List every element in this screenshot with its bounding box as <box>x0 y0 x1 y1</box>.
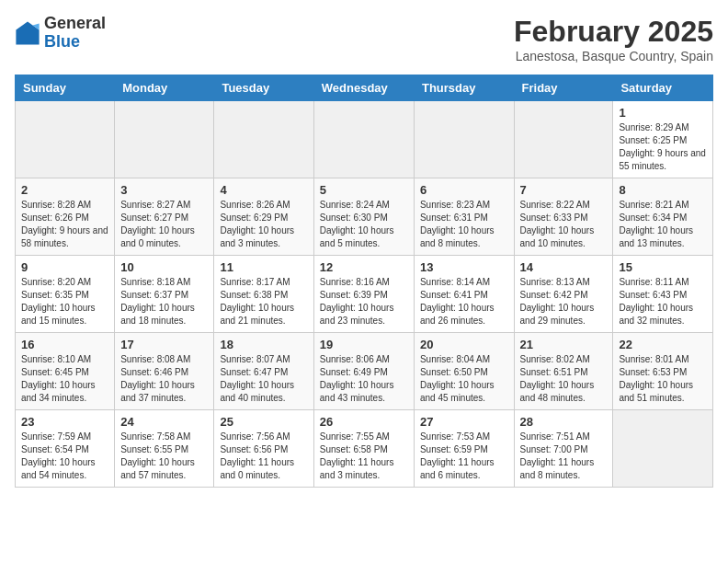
day-cell: 1Sunrise: 8:29 AM Sunset: 6:25 PM Daylig… <box>613 101 713 178</box>
day-info: Sunrise: 8:27 AM Sunset: 6:27 PM Dayligh… <box>120 199 208 250</box>
weekday-header-sunday: Sunday <box>16 75 115 101</box>
day-info: Sunrise: 8:17 AM Sunset: 6:38 PM Dayligh… <box>220 276 307 327</box>
day-number: 13 <box>420 260 508 274</box>
day-number: 2 <box>21 183 108 197</box>
day-number: 4 <box>220 183 307 197</box>
logo-general-text: General <box>44 14 106 32</box>
day-info: Sunrise: 8:02 AM Sunset: 6:51 PM Dayligh… <box>520 353 608 405</box>
day-info: Sunrise: 8:22 AM Sunset: 6:33 PM Dayligh… <box>520 199 608 250</box>
day-cell <box>214 101 313 178</box>
logo-blue-text: Blue <box>44 32 80 51</box>
week-row-1: 1Sunrise: 8:29 AM Sunset: 6:25 PM Daylig… <box>16 101 713 178</box>
day-info: Sunrise: 7:59 AM Sunset: 6:54 PM Dayligh… <box>21 431 108 482</box>
day-number: 3 <box>120 183 208 197</box>
day-number: 7 <box>520 183 608 197</box>
weekday-header-saturday: Saturday <box>613 75 713 101</box>
day-info: Sunrise: 8:10 AM Sunset: 6:45 PM Dayligh… <box>21 353 108 405</box>
day-number: 9 <box>21 260 108 274</box>
weekday-header-monday: Monday <box>115 75 214 101</box>
day-number: 10 <box>120 260 208 274</box>
day-number: 25 <box>220 415 307 429</box>
day-info: Sunrise: 8:08 AM Sunset: 6:46 PM Dayligh… <box>120 353 208 405</box>
day-number: 17 <box>120 338 208 351</box>
day-cell: 28Sunrise: 7:51 AM Sunset: 7:00 PM Dayli… <box>514 410 613 488</box>
day-cell: 7Sunrise: 8:22 AM Sunset: 6:33 PM Daylig… <box>514 178 613 256</box>
day-info: Sunrise: 8:16 AM Sunset: 6:39 PM Dayligh… <box>320 276 408 327</box>
day-cell: 5Sunrise: 8:24 AM Sunset: 6:30 PM Daylig… <box>313 178 414 256</box>
day-cell: 4Sunrise: 8:26 AM Sunset: 6:29 PM Daylig… <box>214 178 313 256</box>
day-cell: 22Sunrise: 8:01 AM Sunset: 6:53 PM Dayli… <box>613 333 713 410</box>
day-cell: 25Sunrise: 7:56 AM Sunset: 6:56 PM Dayli… <box>214 410 313 488</box>
day-cell: 11Sunrise: 8:17 AM Sunset: 6:38 PM Dayli… <box>214 256 313 333</box>
day-cell <box>613 410 713 488</box>
week-row-2: 2Sunrise: 8:28 AM Sunset: 6:26 PM Daylig… <box>16 178 713 256</box>
day-info: Sunrise: 7:51 AM Sunset: 7:00 PM Dayligh… <box>520 431 608 482</box>
weekday-header-friday: Friday <box>514 75 613 101</box>
day-number: 19 <box>320 338 408 351</box>
day-number: 20 <box>420 338 508 351</box>
day-info: Sunrise: 8:18 AM Sunset: 6:37 PM Dayligh… <box>120 276 208 327</box>
day-cell: 3Sunrise: 8:27 AM Sunset: 6:27 PM Daylig… <box>115 178 214 256</box>
day-info: Sunrise: 8:26 AM Sunset: 6:29 PM Dayligh… <box>220 199 307 250</box>
day-number: 26 <box>320 415 408 429</box>
day-info: Sunrise: 8:13 AM Sunset: 6:42 PM Dayligh… <box>520 276 608 327</box>
day-info: Sunrise: 7:56 AM Sunset: 6:56 PM Dayligh… <box>220 431 307 482</box>
day-cell: 8Sunrise: 8:21 AM Sunset: 6:34 PM Daylig… <box>613 178 713 256</box>
day-info: Sunrise: 8:06 AM Sunset: 6:49 PM Dayligh… <box>320 353 408 405</box>
day-cell <box>414 101 514 178</box>
calendar-header: General Blue February 2025 Lanestosa, Ba… <box>15 15 713 63</box>
day-cell: 16Sunrise: 8:10 AM Sunset: 6:45 PM Dayli… <box>16 333 115 410</box>
day-number: 12 <box>320 260 408 274</box>
day-number: 6 <box>420 183 508 197</box>
day-cell: 10Sunrise: 8:18 AM Sunset: 6:37 PM Dayli… <box>115 256 214 333</box>
day-number: 21 <box>520 338 608 351</box>
day-info: Sunrise: 8:14 AM Sunset: 6:41 PM Dayligh… <box>420 276 508 327</box>
day-number: 15 <box>619 260 707 274</box>
weekday-header-thursday: Thursday <box>414 75 514 101</box>
location-text: Lanestosa, Basque Country, Spain <box>514 49 713 63</box>
day-number: 23 <box>21 415 108 429</box>
day-cell: 20Sunrise: 8:04 AM Sunset: 6:50 PM Dayli… <box>414 333 514 410</box>
day-number: 8 <box>619 183 707 197</box>
day-cell <box>514 101 613 178</box>
logo: General Blue <box>15 15 106 52</box>
day-cell <box>115 101 214 178</box>
week-row-3: 9Sunrise: 8:20 AM Sunset: 6:35 PM Daylig… <box>16 256 713 333</box>
day-cell: 26Sunrise: 7:55 AM Sunset: 6:58 PM Dayli… <box>313 410 414 488</box>
day-cell: 18Sunrise: 8:07 AM Sunset: 6:47 PM Dayli… <box>214 333 313 410</box>
day-info: Sunrise: 8:07 AM Sunset: 6:47 PM Dayligh… <box>220 353 307 405</box>
day-number: 22 <box>619 338 707 351</box>
week-row-4: 16Sunrise: 8:10 AM Sunset: 6:45 PM Dayli… <box>16 333 713 410</box>
day-info: Sunrise: 8:29 AM Sunset: 6:25 PM Dayligh… <box>619 121 707 173</box>
day-info: Sunrise: 8:21 AM Sunset: 6:34 PM Dayligh… <box>619 199 707 250</box>
day-cell: 14Sunrise: 8:13 AM Sunset: 6:42 PM Dayli… <box>514 256 613 333</box>
day-cell: 2Sunrise: 8:28 AM Sunset: 6:26 PM Daylig… <box>16 178 115 256</box>
day-cell: 9Sunrise: 8:20 AM Sunset: 6:35 PM Daylig… <box>16 256 115 333</box>
day-info: Sunrise: 8:23 AM Sunset: 6:31 PM Dayligh… <box>420 199 508 250</box>
day-cell: 23Sunrise: 7:59 AM Sunset: 6:54 PM Dayli… <box>16 410 115 488</box>
weekday-header-row: SundayMondayTuesdayWednesdayThursdayFrid… <box>16 75 713 101</box>
weekday-header-tuesday: Tuesday <box>214 75 313 101</box>
day-number: 16 <box>21 338 108 351</box>
day-info: Sunrise: 8:04 AM Sunset: 6:50 PM Dayligh… <box>420 353 508 405</box>
day-number: 18 <box>220 338 307 351</box>
day-number: 24 <box>120 415 208 429</box>
day-cell: 19Sunrise: 8:06 AM Sunset: 6:49 PM Dayli… <box>313 333 414 410</box>
day-info: Sunrise: 8:28 AM Sunset: 6:26 PM Dayligh… <box>21 199 108 250</box>
day-number: 28 <box>520 415 608 429</box>
day-info: Sunrise: 7:53 AM Sunset: 6:59 PM Dayligh… <box>420 431 508 482</box>
day-cell <box>313 101 414 178</box>
day-info: Sunrise: 7:58 AM Sunset: 6:55 PM Dayligh… <box>120 431 208 482</box>
day-info: Sunrise: 8:01 AM Sunset: 6:53 PM Dayligh… <box>619 353 707 405</box>
logo-icon <box>15 20 40 46</box>
weekday-header-wednesday: Wednesday <box>313 75 414 101</box>
day-cell: 15Sunrise: 8:11 AM Sunset: 6:43 PM Dayli… <box>613 256 713 333</box>
day-info: Sunrise: 7:55 AM Sunset: 6:58 PM Dayligh… <box>320 431 408 482</box>
day-cell: 21Sunrise: 8:02 AM Sunset: 6:51 PM Dayli… <box>514 333 613 410</box>
day-number: 11 <box>220 260 307 274</box>
day-number: 27 <box>420 415 508 429</box>
day-number: 5 <box>320 183 408 197</box>
day-number: 14 <box>520 260 608 274</box>
day-cell: 13Sunrise: 8:14 AM Sunset: 6:41 PM Dayli… <box>414 256 514 333</box>
day-cell: 12Sunrise: 8:16 AM Sunset: 6:39 PM Dayli… <box>313 256 414 333</box>
